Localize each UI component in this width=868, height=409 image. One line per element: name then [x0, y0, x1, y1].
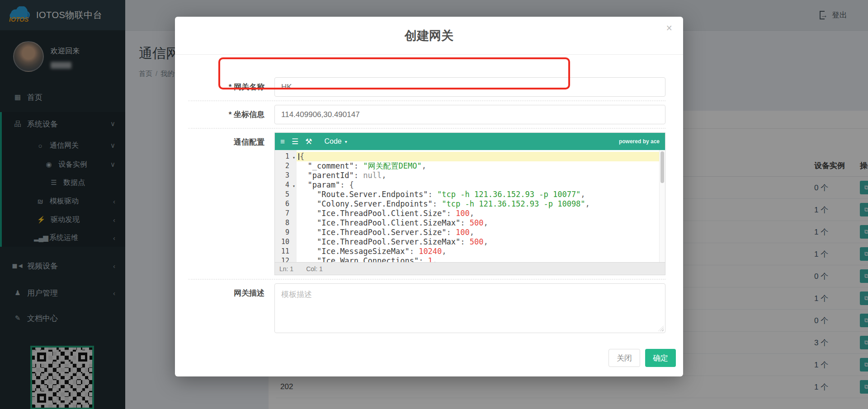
divider — [189, 128, 665, 129]
confirm-button[interactable]: 确定 — [645, 349, 676, 367]
form-row-desc: 网关描述 — [175, 283, 665, 335]
compact-icon[interactable]: ☰ — [292, 138, 298, 146]
fold-arrow-icon[interactable]: ▾ — [292, 181, 295, 191]
code-line: "Route.Server.Endpoints": "tcp -h 121.36… — [297, 190, 665, 199]
divider — [189, 100, 665, 101]
divider — [189, 279, 665, 280]
code-line: "Ice.ThreadPool.Server.Size": 100, — [297, 228, 665, 237]
coordinates-input[interactable] — [274, 105, 665, 124]
code-line: "Colony.Server.Endpoints": "tcp -h 121.3… — [297, 199, 665, 209]
name-label: * 网关名称 — [175, 82, 274, 92]
caret-down-icon: ▾ — [345, 139, 347, 144]
close-button[interactable]: 关闭 — [609, 349, 640, 367]
modal-title: 创建网关 — [405, 28, 453, 44]
required-mark: * — [229, 110, 232, 119]
form-row-config: 通信配置 ≡ ☰ ⚒ Code ▾ powered by ace — [175, 132, 665, 275]
editor-toolbar: ≡ ☰ ⚒ Code ▾ powered by ace — [275, 133, 665, 150]
code-line: "Ice.ThreadPool.Client.SizeMax": 500, — [297, 218, 665, 228]
format-icon[interactable]: ≡ — [280, 138, 285, 146]
config-label: 通信配置 — [175, 132, 274, 275]
repair-wrench-icon[interactable]: ⚒ — [305, 138, 312, 146]
code-line: "parentId": null, — [297, 171, 665, 180]
code-line: "_comment": "网关配置DEMO", — [297, 161, 665, 171]
editor-body[interactable]: 1▾234▾56789101112 { "_comment": "网关配置DEM… — [275, 150, 665, 262]
required-mark: * — [229, 83, 232, 91]
desc-label: 网关描述 — [175, 283, 274, 335]
code-line: "Ice.MessageSizeMax": 10240, — [297, 247, 665, 256]
coords-label: * 坐标信息 — [175, 109, 274, 120]
modal-body: * 网关名称 * 坐标信息 通信配置 ≡ — [175, 55, 683, 335]
scrollbar-thumb[interactable] — [660, 151, 664, 183]
editor-code[interactable]: { "_comment": "网关配置DEMO", "parentId": nu… — [297, 150, 665, 262]
form-row-name: * 网关名称 — [175, 77, 665, 97]
fold-arrow-icon[interactable]: ▾ — [292, 153, 295, 162]
editor-scrollbar[interactable] — [659, 150, 665, 262]
code-line: "Ice.ThreadPool.Client.Size": 100, — [297, 209, 665, 218]
code-line: "Ice.Warn.Connections": 1, — [297, 256, 665, 262]
close-icon[interactable]: × — [666, 23, 672, 33]
gateway-name-input[interactable] — [274, 77, 665, 97]
json-editor: ≡ ☰ ⚒ Code ▾ powered by ace 1▾234▾567891… — [274, 132, 665, 275]
status-line: Ln: 1 — [279, 265, 293, 273]
editor-statusbar: Ln: 1 Col: 1 — [275, 262, 665, 275]
modal-footer: 关闭 确定 — [609, 349, 676, 367]
editor-gutter: 1▾234▾56789101112 — [275, 150, 297, 262]
code-line: "param": { — [297, 180, 665, 190]
form-row-coords: * 坐标信息 — [175, 105, 665, 124]
app-window: IOTOS IOTOS物联中台 欢迎回来 ▦首页品系统设备∨○通信网关∨◉设备实… — [0, 0, 868, 409]
status-col: Col: 1 — [306, 265, 323, 273]
modal-header: 创建网关 × — [175, 17, 683, 55]
create-gateway-modal: 创建网关 × * 网关名称 * 坐标信息 通信配置 — [175, 17, 683, 376]
powered-by-ace: powered by ace — [619, 138, 660, 145]
code-line: { — [297, 152, 665, 161]
mode-select[interactable]: Code ▾ — [324, 137, 347, 146]
gateway-desc-textarea[interactable] — [274, 283, 665, 333]
code-line: "Ice.ThreadPool.Server.SizeMax": 500, — [297, 237, 665, 247]
